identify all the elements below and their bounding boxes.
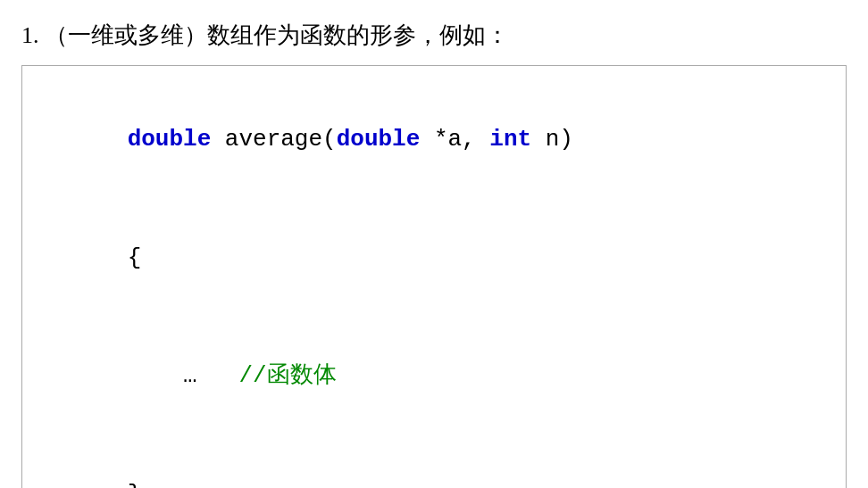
keyword-double-2: double <box>337 126 421 153</box>
comment-funcbody: //函数体 <box>238 362 336 389</box>
code-text-2: *a, <box>420 126 489 153</box>
code-block-1: double average(double *a, int n) { … //函… <box>21 65 847 488</box>
code-line-4: } <box>44 435 824 488</box>
code-text-3: n) <box>531 126 573 153</box>
keyword-int: int <box>489 126 531 153</box>
code-text-1: average( <box>211 126 336 153</box>
ellipsis: … <box>128 362 239 389</box>
keyword-double-1: double <box>128 126 212 153</box>
code-line-3: … //函数体 <box>44 317 824 435</box>
brace-close: } <box>128 481 142 488</box>
page-content: 1. （一维或多维）数组作为函数的形参，例如： double average(d… <box>21 18 847 488</box>
brace-open: { <box>128 244 142 271</box>
section1-header: 1. （一维或多维）数组作为函数的形参，例如： <box>21 18 847 53</box>
code-line-2: { <box>44 199 824 318</box>
code-line-1: double average(double *a, int n) <box>44 80 824 199</box>
